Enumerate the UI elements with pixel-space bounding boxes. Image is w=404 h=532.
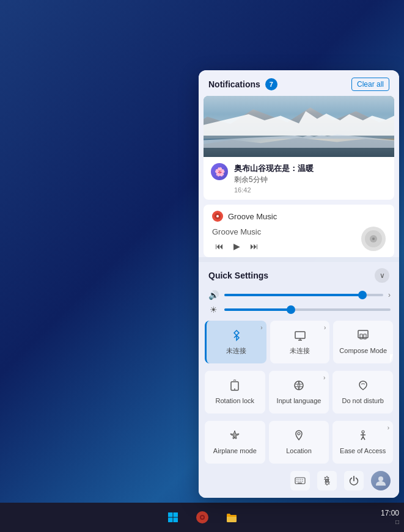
user-avatar[interactable] bbox=[371, 471, 391, 490]
groove-next-button[interactable]: ⏭ bbox=[250, 241, 259, 251]
volume-expand-arrow[interactable]: › bbox=[388, 291, 391, 299]
notification-card-weather[interactable]: 🌸 奥布山谷现在是：温暖 剩余5分钟 16:42 bbox=[204, 96, 394, 200]
windows-logo-icon bbox=[167, 512, 178, 523]
taskbar-right: 17:00 □ bbox=[381, 508, 399, 527]
groove-prev-button[interactable]: ⏮ bbox=[215, 241, 224, 251]
notif-badge: 7 bbox=[265, 78, 277, 90]
qs-tile-location[interactable]: Location bbox=[269, 421, 329, 464]
groove-track-info: Groove Music ⏮ ▶ ⏭ bbox=[212, 227, 261, 251]
svg-line-20 bbox=[361, 437, 363, 440]
svg-point-12 bbox=[234, 388, 235, 390]
keyboard-button[interactable] bbox=[290, 471, 310, 490]
clear-all-button[interactable]: Clear all bbox=[351, 78, 389, 91]
dnd-icon bbox=[357, 379, 369, 395]
groove-app-icon bbox=[212, 211, 223, 222]
svg-point-1 bbox=[216, 215, 219, 217]
svg-rect-35 bbox=[173, 512, 178, 517]
svg-point-33 bbox=[378, 476, 383, 481]
input-expand-icon[interactable]: › bbox=[323, 374, 325, 381]
groove-play-button[interactable]: ▶ bbox=[233, 241, 240, 251]
clock-date: □ bbox=[381, 518, 399, 527]
volume-icon: 🔊 bbox=[207, 290, 219, 300]
qs-tiles-row-1: › 未连接 › bbox=[199, 317, 399, 367]
svg-point-16 bbox=[298, 432, 300, 435]
brightness-fill bbox=[224, 308, 291, 311]
groove-music-card: Groove Music Groove Music ⏮ ▶ ⏭ bbox=[204, 205, 394, 257]
settings-button[interactable] bbox=[317, 471, 337, 490]
groove-taskbar-icon bbox=[196, 511, 209, 524]
taskbar-explorer-button[interactable] bbox=[218, 504, 245, 531]
notif-time: 16:42 bbox=[234, 186, 387, 194]
notif-subtitle: 剩余5分钟 bbox=[234, 175, 387, 185]
svg-point-40 bbox=[201, 516, 204, 519]
bluetooth-expand-icon[interactable]: › bbox=[260, 324, 262, 331]
volume-fill bbox=[224, 294, 362, 296]
qs-tiles-row-2: Rotation lock › Input language bbox=[199, 367, 399, 417]
brightness-icon: ☀ bbox=[207, 305, 219, 315]
qs-bottom-bar bbox=[199, 467, 399, 493]
taskbar-groove-button[interactable] bbox=[189, 504, 216, 531]
svg-rect-5 bbox=[295, 332, 305, 338]
volume-slider[interactable] bbox=[224, 294, 383, 296]
airplane-label: Airplane mode bbox=[213, 447, 257, 455]
notifications-section: Notifications 7 Clear all 🌸 奥布山谷现在是 bbox=[199, 70, 399, 257]
chevron-down-icon: ∨ bbox=[380, 271, 385, 280]
gear-icon bbox=[321, 475, 332, 486]
qs-expand-button[interactable]: ∨ bbox=[375, 268, 389, 283]
rotation-label: Rotation lock bbox=[216, 397, 255, 405]
compose-icon bbox=[357, 329, 369, 344]
brightness-thumb[interactable] bbox=[287, 305, 295, 314]
brightness-slider[interactable] bbox=[224, 308, 391, 311]
qs-tile-dnd[interactable]: Do not disturb bbox=[332, 371, 393, 414]
svg-point-4 bbox=[372, 238, 375, 240]
compose-label: Compose Mode bbox=[339, 347, 387, 355]
qs-tile-rotation[interactable]: Rotation lock bbox=[205, 371, 265, 414]
keyboard-icon bbox=[295, 475, 306, 486]
groove-track-name: Groove Music bbox=[212, 227, 261, 236]
qs-tile-bluetooth[interactable]: › 未连接 bbox=[205, 321, 266, 363]
ease-of-access-icon bbox=[357, 429, 369, 445]
notif-app-title: 奥布山谷现在是：温暖 bbox=[234, 163, 387, 174]
input-language-label: Input language bbox=[277, 397, 321, 405]
power-icon bbox=[348, 475, 359, 486]
groove-header: Groove Music bbox=[212, 211, 386, 222]
ease-expand-icon[interactable]: › bbox=[387, 425, 389, 431]
qs-tile-cast[interactable]: › 未连接 bbox=[270, 321, 330, 363]
notif-title-area: Notifications 7 bbox=[208, 78, 277, 90]
qs-tile-input-language[interactable]: › Input language bbox=[269, 371, 329, 414]
qs-tile-ease-of-access[interactable]: › Ease of Access bbox=[332, 421, 393, 464]
groove-controls: ⏮ ▶ ⏭ bbox=[212, 241, 261, 251]
notif-text: 奥布山谷现在是：温暖 剩余5分钟 16:42 bbox=[234, 163, 387, 194]
qs-header: Quick Settings ∨ bbox=[199, 262, 399, 288]
volume-slider-row: 🔊 › bbox=[199, 288, 399, 302]
svg-point-13 bbox=[295, 381, 303, 390]
svg-rect-36 bbox=[168, 518, 173, 523]
quick-settings-section: Quick Settings ∨ 🔊 › ☀ bbox=[199, 262, 399, 498]
svg-rect-34 bbox=[168, 512, 173, 517]
power-button[interactable] bbox=[344, 471, 364, 490]
cast-label: 未连接 bbox=[290, 347, 310, 355]
location-label: Location bbox=[286, 447, 312, 455]
qs-title: Quick Settings bbox=[208, 271, 268, 280]
svg-line-21 bbox=[363, 437, 365, 440]
notif-content: 🌸 奥布山谷现在是：温暖 剩余5分钟 16:42 bbox=[204, 157, 394, 200]
cast-expand-icon[interactable]: › bbox=[324, 324, 326, 331]
notif-image bbox=[204, 96, 394, 157]
notif-app-icon: 🌸 bbox=[211, 163, 228, 180]
start-button[interactable] bbox=[160, 504, 186, 531]
groove-app-name: Groove Music bbox=[228, 212, 277, 221]
avatar-icon bbox=[375, 475, 387, 487]
taskbar-clock[interactable]: 17:00 □ bbox=[381, 508, 399, 527]
airplane-icon bbox=[229, 429, 241, 445]
volume-thumb[interactable] bbox=[358, 291, 367, 299]
groove-album-art bbox=[361, 227, 386, 251]
qs-tile-compose[interactable]: Compose Mode bbox=[333, 321, 393, 363]
taskbar: 17:00 □ bbox=[0, 503, 404, 532]
cast-icon bbox=[294, 329, 306, 344]
clock-time: 17:00 bbox=[381, 508, 399, 519]
action-center: Notifications 7 Clear all 🌸 奥布山谷现在是 bbox=[199, 70, 399, 498]
svg-rect-9 bbox=[360, 334, 362, 339]
qs-tile-airplane[interactable]: Airplane mode bbox=[205, 421, 265, 464]
notif-title: Notifications bbox=[208, 79, 260, 89]
file-explorer-icon bbox=[226, 511, 238, 523]
